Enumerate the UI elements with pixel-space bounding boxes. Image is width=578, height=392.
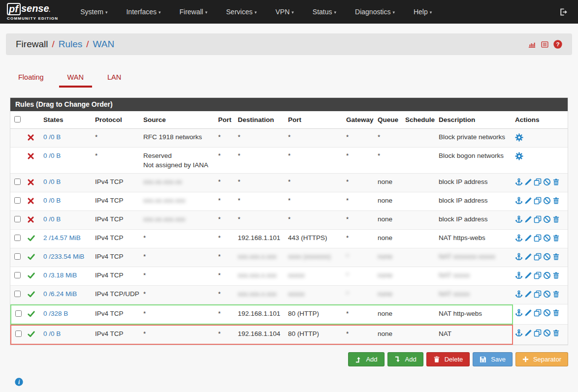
table-row[interactable]: 0 /0 B*ReservedNot assigned by IANA*****…: [10, 148, 568, 174]
table-row[interactable]: 0 /0 BIPv4 TCP**192.168.1.10480 (HTTP)*n…: [10, 325, 568, 345]
delete-icon[interactable]: [552, 329, 560, 337]
states-link[interactable]: 0 /0 B: [43, 152, 61, 159]
anchor-icon[interactable]: [515, 215, 523, 223]
tab-wan[interactable]: WAN: [59, 68, 92, 88]
anchor-icon[interactable]: [515, 197, 523, 205]
delete-icon[interactable]: [552, 309, 560, 317]
delete-icon[interactable]: [552, 271, 560, 279]
row-checkbox[interactable]: [14, 216, 21, 222]
pfsense-logo[interactable]: pfsense. COMMUNITY EDITION: [7, 3, 58, 21]
edit-icon[interactable]: [524, 178, 532, 186]
row-checkbox[interactable]: [14, 291, 21, 297]
table-row[interactable]: 0 /0 B*RFC 1918 networks*****Block priva…: [10, 129, 568, 148]
delete-icon[interactable]: [552, 234, 560, 242]
ban-icon[interactable]: [543, 234, 551, 242]
table-row[interactable]: 0 /3.18 MiBIPv4 TCP**xxx.xxx.x.xxxxxxxx*…: [10, 267, 568, 286]
edit-icon[interactable]: [524, 197, 532, 205]
ban-icon[interactable]: [543, 178, 551, 186]
info-icon[interactable]: i: [15, 378, 23, 386]
edit-icon[interactable]: [524, 234, 532, 242]
help-icon[interactable]: ?: [553, 40, 562, 49]
row-checkbox[interactable]: [15, 331, 22, 337]
ban-icon[interactable]: [543, 197, 551, 205]
breadcrumb-rules[interactable]: Rules: [59, 39, 83, 49]
anchor-icon[interactable]: [515, 271, 523, 279]
delete-icon[interactable]: [552, 197, 560, 205]
copy-icon[interactable]: [534, 329, 542, 337]
add-button[interactable]: Add: [387, 352, 423, 366]
copy-icon[interactable]: [534, 197, 542, 205]
log-icon[interactable]: [541, 41, 549, 48]
row-checkbox[interactable]: [14, 272, 21, 278]
delete-icon[interactable]: [552, 290, 560, 298]
copy-icon[interactable]: [534, 290, 542, 298]
table-row[interactable]: 0 /0 BIPv4 TCPxxx.xx.xxx.xx****noneblock…: [10, 174, 568, 192]
delete-icon[interactable]: [552, 178, 560, 186]
nav-item-services[interactable]: Services▾: [217, 0, 266, 24]
states-link[interactable]: 0 /0 B: [43, 133, 61, 141]
table-row[interactable]: 2 /14.57 MiBIPv4 TCP**192.168.1.101443 (…: [10, 230, 568, 248]
states-link[interactable]: 0 /328 B: [43, 310, 68, 317]
states-link[interactable]: 2 /14.57 MiB: [43, 234, 81, 241]
delete-icon[interactable]: [552, 253, 560, 261]
nav-item-status[interactable]: Status▾: [303, 0, 346, 24]
states-link[interactable]: 0 /3.18 MiB: [43, 271, 77, 279]
delete-icon[interactable]: [552, 215, 560, 223]
ban-icon[interactable]: [543, 253, 551, 261]
ban-icon[interactable]: [543, 329, 551, 337]
ban-icon[interactable]: [543, 290, 551, 298]
anchor-icon[interactable]: [515, 329, 523, 337]
anchor-icon[interactable]: [515, 253, 523, 261]
states-link[interactable]: 0 /0 B: [43, 197, 61, 204]
anchor-icon[interactable]: [515, 309, 523, 317]
bar-chart-icon[interactable]: [528, 41, 536, 48]
nav-item-interfaces[interactable]: Interfaces▾: [117, 0, 170, 24]
nav-item-firewall[interactable]: Firewall▾: [170, 0, 217, 24]
table-row[interactable]: 0 /0 BIPv4 TCPxxx.xx.xxx.xxx****nonebloc…: [10, 211, 568, 230]
states-link[interactable]: 0 /0 B: [43, 178, 61, 185]
copy-icon[interactable]: [534, 253, 542, 261]
gear-icon[interactable]: [515, 133, 523, 142]
tab-floating[interactable]: Floating: [10, 68, 52, 88]
tab-lan[interactable]: LAN: [99, 68, 129, 88]
row-checkbox[interactable]: [14, 179, 21, 185]
nav-item-system[interactable]: System▾: [71, 0, 117, 24]
separator-button[interactable]: Separator: [515, 352, 568, 366]
copy-icon[interactable]: [534, 271, 542, 279]
table-row[interactable]: 0 /233.54 MiBIPv4 TCP**xxx.xxx.x.xxxxxxx…: [10, 248, 568, 267]
table-row[interactable]: 0 /328 BIPv4 TCP**192.168.1.10180 (HTTP)…: [10, 304, 568, 325]
row-checkbox[interactable]: [14, 235, 21, 241]
edit-icon[interactable]: [524, 253, 532, 261]
breadcrumb-wan[interactable]: WAN: [93, 39, 115, 49]
anchor-icon[interactable]: [515, 178, 523, 186]
states-link[interactable]: 0 /0 B: [43, 330, 61, 337]
table-row[interactable]: 0 /6.24 MiBIPv4 TCP/UDP**xxx.xxx.x.xxxxx…: [10, 286, 568, 304]
row-checkbox[interactable]: [14, 197, 21, 204]
nav-item-help[interactable]: Help▾: [404, 0, 441, 24]
copy-icon[interactable]: [534, 178, 542, 186]
anchor-icon[interactable]: [515, 234, 523, 242]
select-all-checkbox[interactable]: [14, 116, 21, 122]
anchor-icon[interactable]: [515, 290, 523, 298]
add-button[interactable]: Add: [348, 352, 384, 366]
edit-icon[interactable]: [524, 215, 532, 223]
edit-icon[interactable]: [524, 271, 532, 279]
states-link[interactable]: 0 /0 B: [43, 215, 61, 223]
save-button[interactable]: Save: [473, 352, 513, 366]
copy-icon[interactable]: [534, 234, 542, 242]
copy-icon[interactable]: [534, 309, 542, 317]
ban-icon[interactable]: [543, 309, 551, 317]
ban-icon[interactable]: [543, 271, 551, 279]
sign-out-icon[interactable]: [559, 8, 571, 16]
edit-icon[interactable]: [524, 329, 532, 337]
table-row[interactable]: 0 /0 BIPv4 TCPxxx.xx.xxx.xxx****nonebloc…: [10, 192, 568, 211]
nav-item-diagnostics[interactable]: Diagnostics▾: [346, 0, 404, 24]
row-checkbox[interactable]: [14, 253, 21, 260]
row-checkbox[interactable]: [15, 310, 22, 317]
edit-icon[interactable]: [524, 290, 532, 298]
copy-icon[interactable]: [534, 215, 542, 223]
nav-item-vpn[interactable]: VPN▾: [266, 0, 303, 24]
states-link[interactable]: 0 /6.24 MiB: [43, 290, 77, 298]
edit-icon[interactable]: [524, 309, 532, 317]
states-link[interactable]: 0 /233.54 MiB: [43, 253, 84, 260]
